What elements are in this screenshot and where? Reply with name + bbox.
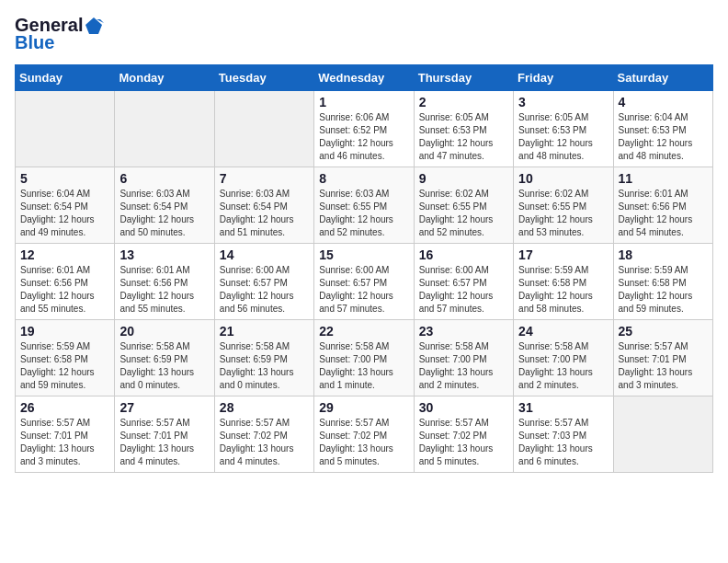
calendar-cell — [613, 396, 712, 473]
calendar-cell: 12Sunrise: 6:01 AM Sunset: 6:56 PM Dayli… — [16, 244, 115, 320]
day-info: Sunrise: 5:57 AM Sunset: 7:01 PM Dayligh… — [20, 417, 109, 468]
day-number: 18 — [619, 247, 708, 262]
calendar-cell: 4Sunrise: 6:04 AM Sunset: 6:53 PM Daylig… — [613, 91, 712, 167]
day-number: 21 — [220, 324, 309, 339]
calendar-table: SundayMondayTuesdayWednesdayThursdayFrid… — [15, 64, 713, 473]
calendar-cell: 25Sunrise: 5:57 AM Sunset: 7:01 PM Dayli… — [613, 320, 712, 396]
day-number: 29 — [319, 400, 408, 415]
day-info: Sunrise: 6:02 AM Sunset: 6:55 PM Dayligh… — [419, 188, 508, 239]
calendar-cell: 27Sunrise: 5:57 AM Sunset: 7:01 PM Dayli… — [115, 396, 214, 473]
calendar-cell: 30Sunrise: 5:57 AM Sunset: 7:02 PM Dayli… — [414, 396, 513, 473]
day-of-week-header: Friday — [514, 65, 613, 91]
day-number: 5 — [20, 171, 109, 186]
day-info: Sunrise: 5:59 AM Sunset: 6:58 PM Dayligh… — [518, 264, 608, 316]
day-info: Sunrise: 6:01 AM Sunset: 6:56 PM Dayligh… — [619, 188, 708, 239]
day-number: 2 — [419, 95, 508, 109]
day-number: 16 — [419, 247, 508, 262]
calendar-week-row: 12Sunrise: 6:01 AM Sunset: 6:56 PM Dayli… — [16, 244, 713, 320]
day-number: 26 — [20, 400, 109, 415]
calendar-cell: 21Sunrise: 5:58 AM Sunset: 6:59 PM Dayli… — [214, 320, 313, 396]
day-number: 22 — [319, 324, 408, 339]
calendar-cell: 2Sunrise: 6:05 AM Sunset: 6:53 PM Daylig… — [414, 91, 513, 167]
day-info: Sunrise: 5:57 AM Sunset: 7:02 PM Dayligh… — [419, 417, 508, 468]
day-number: 23 — [419, 324, 508, 339]
day-number: 4 — [619, 95, 708, 109]
page-header: General Blue — [15, 15, 713, 53]
day-info: Sunrise: 5:58 AM Sunset: 6:59 PM Dayligh… — [119, 340, 209, 392]
calendar-cell: 8Sunrise: 6:03 AM Sunset: 6:55 PM Daylig… — [314, 167, 414, 244]
day-number: 15 — [319, 247, 408, 262]
calendar-week-row: 1Sunrise: 6:06 AM Sunset: 6:52 PM Daylig… — [16, 91, 713, 167]
day-number: 7 — [220, 171, 309, 186]
calendar-cell: 29Sunrise: 5:57 AM Sunset: 7:02 PM Dayli… — [314, 396, 414, 473]
day-info: Sunrise: 5:57 AM Sunset: 7:02 PM Dayligh… — [319, 417, 408, 468]
day-of-week-header: Tuesday — [214, 65, 313, 91]
day-info: Sunrise: 6:01 AM Sunset: 6:56 PM Dayligh… — [119, 264, 209, 316]
day-info: Sunrise: 5:58 AM Sunset: 6:59 PM Dayligh… — [220, 340, 309, 392]
calendar-cell: 26Sunrise: 5:57 AM Sunset: 7:01 PM Dayli… — [16, 396, 115, 473]
calendar-cell: 18Sunrise: 5:59 AM Sunset: 6:58 PM Dayli… — [613, 244, 712, 320]
calendar-cell: 23Sunrise: 5:58 AM Sunset: 7:00 PM Dayli… — [414, 320, 513, 396]
calendar-cell: 9Sunrise: 6:02 AM Sunset: 6:55 PM Daylig… — [414, 167, 513, 244]
day-info: Sunrise: 6:06 AM Sunset: 6:52 PM Dayligh… — [319, 111, 408, 163]
calendar-cell: 1Sunrise: 6:06 AM Sunset: 6:52 PM Daylig… — [314, 91, 414, 167]
day-info: Sunrise: 5:58 AM Sunset: 7:00 PM Dayligh… — [419, 340, 508, 392]
calendar-cell: 7Sunrise: 6:03 AM Sunset: 6:54 PM Daylig… — [214, 167, 313, 244]
calendar-cell — [214, 91, 313, 167]
day-number: 9 — [419, 171, 508, 186]
day-info: Sunrise: 6:03 AM Sunset: 6:54 PM Dayligh… — [220, 188, 309, 239]
day-info: Sunrise: 6:01 AM Sunset: 6:56 PM Dayligh… — [20, 264, 109, 316]
calendar-cell: 16Sunrise: 6:00 AM Sunset: 6:57 PM Dayli… — [414, 244, 513, 320]
day-info: Sunrise: 6:03 AM Sunset: 6:54 PM Dayligh… — [119, 188, 209, 239]
day-number: 6 — [119, 171, 209, 186]
day-of-week-header: Sunday — [16, 65, 115, 91]
day-number: 12 — [20, 247, 109, 262]
calendar-cell: 28Sunrise: 5:57 AM Sunset: 7:02 PM Dayli… — [214, 396, 313, 473]
day-number: 13 — [119, 247, 209, 262]
calendar-cell: 22Sunrise: 5:58 AM Sunset: 7:00 PM Dayli… — [314, 320, 414, 396]
day-info: Sunrise: 6:00 AM Sunset: 6:57 PM Dayligh… — [419, 264, 508, 316]
day-info: Sunrise: 5:59 AM Sunset: 6:58 PM Dayligh… — [20, 340, 109, 392]
day-number: 1 — [319, 95, 408, 109]
calendar-cell: 17Sunrise: 5:59 AM Sunset: 6:58 PM Dayli… — [514, 244, 613, 320]
day-number: 25 — [619, 324, 708, 339]
day-of-week-header: Thursday — [414, 65, 513, 91]
day-number: 14 — [220, 247, 309, 262]
day-info: Sunrise: 6:03 AM Sunset: 6:55 PM Dayligh… — [319, 188, 408, 239]
day-number: 27 — [119, 400, 209, 415]
day-info: Sunrise: 6:02 AM Sunset: 6:55 PM Dayligh… — [518, 188, 608, 239]
day-info: Sunrise: 5:57 AM Sunset: 7:01 PM Dayligh… — [119, 417, 209, 468]
calendar-cell: 3Sunrise: 6:05 AM Sunset: 6:53 PM Daylig… — [514, 91, 613, 167]
day-of-week-header: Saturday — [613, 65, 712, 91]
day-of-week-header: Wednesday — [314, 65, 414, 91]
calendar-cell: 11Sunrise: 6:01 AM Sunset: 6:56 PM Dayli… — [613, 167, 712, 244]
calendar-cell: 14Sunrise: 6:00 AM Sunset: 6:57 PM Dayli… — [214, 244, 313, 320]
calendar-cell — [16, 91, 115, 167]
day-info: Sunrise: 6:04 AM Sunset: 6:53 PM Dayligh… — [619, 111, 708, 163]
day-info: Sunrise: 6:05 AM Sunset: 6:53 PM Dayligh… — [518, 111, 608, 163]
day-info: Sunrise: 5:58 AM Sunset: 7:00 PM Dayligh… — [319, 340, 408, 392]
calendar-cell: 6Sunrise: 6:03 AM Sunset: 6:54 PM Daylig… — [115, 167, 214, 244]
logo-bird-icon — [84, 16, 104, 36]
day-number: 17 — [518, 247, 608, 262]
day-number: 3 — [518, 95, 608, 109]
day-info: Sunrise: 5:57 AM Sunset: 7:01 PM Dayligh… — [619, 340, 708, 392]
logo-blue-text: Blue — [15, 32, 54, 53]
calendar-week-row: 5Sunrise: 6:04 AM Sunset: 6:54 PM Daylig… — [16, 167, 713, 244]
day-info: Sunrise: 5:57 AM Sunset: 7:03 PM Dayligh… — [518, 417, 608, 468]
calendar-cell: 15Sunrise: 6:00 AM Sunset: 6:57 PM Dayli… — [314, 244, 414, 320]
day-info: Sunrise: 5:57 AM Sunset: 7:02 PM Dayligh… — [220, 417, 309, 468]
day-info: Sunrise: 5:58 AM Sunset: 7:00 PM Dayligh… — [518, 340, 608, 392]
day-of-week-header: Monday — [115, 65, 214, 91]
calendar-week-row: 26Sunrise: 5:57 AM Sunset: 7:01 PM Dayli… — [16, 396, 713, 473]
day-info: Sunrise: 6:05 AM Sunset: 6:53 PM Dayligh… — [419, 111, 508, 163]
day-info: Sunrise: 6:00 AM Sunset: 6:57 PM Dayligh… — [319, 264, 408, 316]
calendar-cell — [115, 91, 214, 167]
logo: General Blue — [15, 15, 104, 53]
day-number: 28 — [220, 400, 309, 415]
day-number: 10 — [518, 171, 608, 186]
day-number: 31 — [518, 400, 608, 415]
day-number: 8 — [319, 171, 408, 186]
day-info: Sunrise: 6:04 AM Sunset: 6:54 PM Dayligh… — [20, 188, 109, 239]
day-number: 24 — [518, 324, 608, 339]
